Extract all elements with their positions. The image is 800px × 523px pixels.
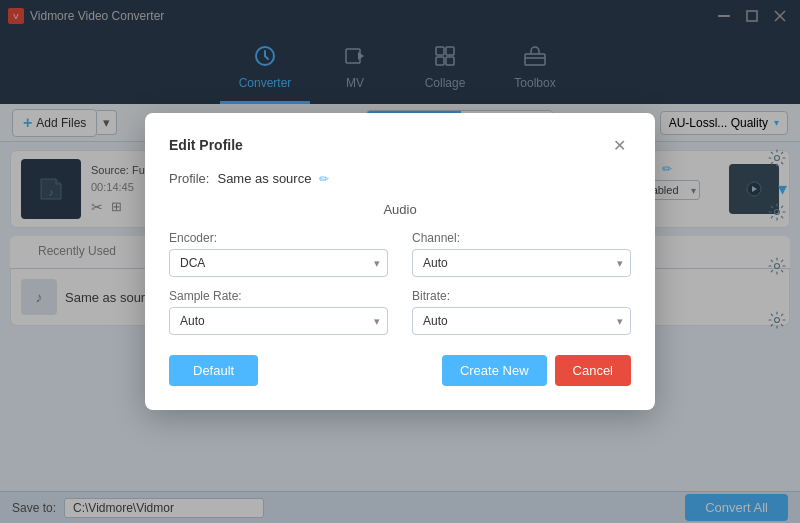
sample-rate-row: Sample Rate: Auto 44100 48000 — [169, 289, 388, 335]
sample-rate-label: Sample Rate: — [169, 289, 388, 303]
edit-profile-modal: Edit Profile ✕ Profile: Same as source ✏… — [145, 113, 655, 410]
modal-section-title: Audio — [169, 202, 631, 217]
modal-footer: Default Create New Cancel — [169, 355, 631, 386]
modal-overlay: Edit Profile ✕ Profile: Same as source ✏… — [0, 0, 800, 523]
channel-row: Channel: Auto Mono Stereo — [412, 231, 631, 277]
default-button[interactable]: Default — [169, 355, 258, 386]
channel-select-wrapper[interactable]: Auto Mono Stereo — [412, 249, 631, 277]
sample-rate-select[interactable]: Auto 44100 48000 — [169, 307, 388, 335]
channel-label: Channel: — [412, 231, 631, 245]
channel-select[interactable]: Auto Mono Stereo — [412, 249, 631, 277]
encoder-select[interactable]: DCA MP3 AAC — [169, 249, 388, 277]
sample-rate-select-wrapper[interactable]: Auto 44100 48000 — [169, 307, 388, 335]
profile-value: Same as source — [217, 171, 311, 186]
encoder-label: Encoder: — [169, 231, 388, 245]
bitrate-select-wrapper[interactable]: Auto 128k 192k — [412, 307, 631, 335]
modal-title: Edit Profile — [169, 137, 243, 153]
profile-edit-icon[interactable]: ✏ — [319, 172, 329, 186]
create-new-button[interactable]: Create New — [442, 355, 547, 386]
bitrate-label: Bitrate: — [412, 289, 631, 303]
modal-close-button[interactable]: ✕ — [607, 133, 631, 157]
encoder-row: Encoder: DCA MP3 AAC — [169, 231, 388, 277]
bitrate-select[interactable]: Auto 128k 192k — [412, 307, 631, 335]
modal-form: Encoder: DCA MP3 AAC Channel: Auto Mono — [169, 231, 631, 335]
cancel-button[interactable]: Cancel — [555, 355, 631, 386]
modal-profile-row: Profile: Same as source ✏ — [169, 171, 631, 186]
footer-right-buttons: Create New Cancel — [442, 355, 631, 386]
modal-header: Edit Profile ✕ — [169, 133, 631, 157]
bitrate-row: Bitrate: Auto 128k 192k — [412, 289, 631, 335]
encoder-select-wrapper[interactable]: DCA MP3 AAC — [169, 249, 388, 277]
profile-label: Profile: — [169, 171, 209, 186]
